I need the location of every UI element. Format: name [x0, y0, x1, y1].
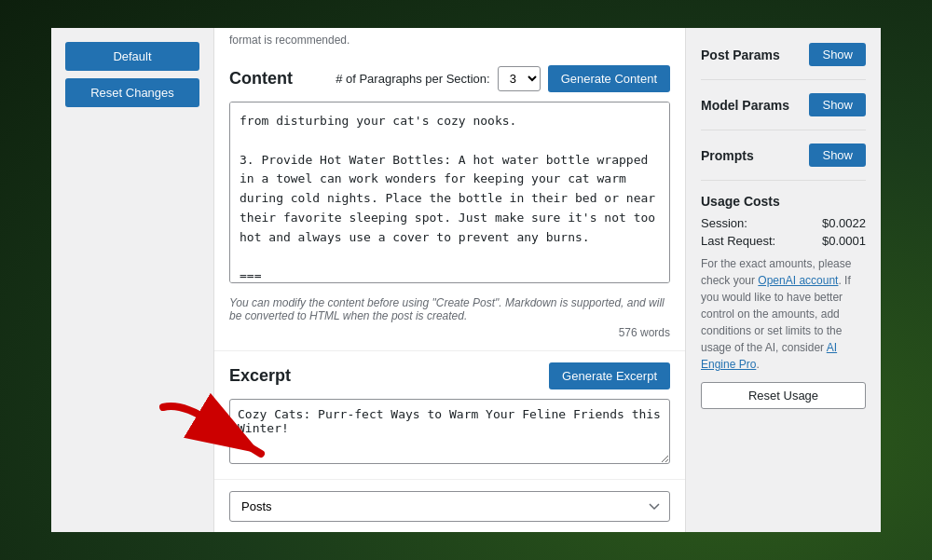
content-helper-text: You can modify the content before using …	[229, 296, 670, 322]
content-wrapper: from disturbing your cat's cozy nooks. 3…	[229, 102, 670, 287]
word-count: 576 words	[229, 326, 670, 339]
prompts-show-button[interactable]: Show	[809, 143, 866, 167]
content-title: Content	[229, 69, 293, 89]
post-type-section: Posts Pages	[214, 480, 685, 532]
session-label: Session:	[701, 216, 747, 230]
prompts-row: Prompts Show	[701, 143, 866, 181]
excerpt-section: Excerpt Generate Excerpt Cozy Cats: Purr…	[214, 351, 685, 480]
paragraphs-label: # of Paragraphs per Section:	[336, 72, 490, 86]
content-section: Content # of Paragraphs per Section: 3 1…	[214, 54, 685, 351]
usage-costs-section: Usage Costs Session: $0.0022 Last Reques…	[701, 194, 866, 409]
model-params-label: Model Params	[701, 98, 789, 113]
center-panel: format is recommended. Content # of Para…	[214, 28, 685, 532]
format-hint: format is recommended.	[214, 28, 685, 54]
usage-note: For the exact amounts, please check your…	[701, 255, 866, 373]
post-params-show-button[interactable]: Show	[809, 43, 866, 66]
content-header: Content # of Paragraphs per Section: 3 1…	[229, 65, 670, 92]
prompts-label: Prompts	[701, 148, 754, 163]
content-textarea[interactable]: from disturbing your cat's cozy nooks. 3…	[229, 102, 670, 283]
paragraphs-select[interactable]: 3 1 2 4 5	[498, 66, 541, 91]
usage-costs-title: Usage Costs	[701, 194, 866, 209]
excerpt-title: Excerpt	[229, 366, 291, 386]
default-button[interactable]: Default	[65, 42, 199, 71]
reset-changes-button[interactable]: Reset Changes	[65, 78, 199, 107]
left-panel: Default Reset Changes	[51, 28, 214, 532]
paragraphs-control: # of Paragraphs per Section: 3 1 2 4 5 G…	[336, 65, 670, 92]
post-params-label: Post Params	[701, 48, 780, 62]
main-card: Default Reset Changes format is recommen…	[51, 28, 881, 532]
reset-usage-button[interactable]: Reset Usage	[701, 382, 866, 409]
model-params-row: Model Params Show	[701, 93, 866, 130]
generate-content-button[interactable]: Generate Content	[548, 65, 670, 92]
excerpt-textarea[interactable]: Cozy Cats: Purr-fect Ways to Warm Your F…	[229, 399, 670, 464]
last-request-label: Last Request:	[701, 234, 775, 248]
session-row: Session: $0.0022	[701, 216, 866, 230]
generate-excerpt-button[interactable]: Generate Excerpt	[549, 362, 670, 389]
post-type-select[interactable]: Posts Pages	[229, 491, 670, 522]
right-sidebar: Post Params Show Model Params Show Promp…	[685, 28, 881, 532]
session-value: $0.0022	[822, 216, 866, 230]
post-params-row: Post Params Show	[701, 43, 866, 80]
last-request-value: $0.0001	[822, 234, 866, 248]
openai-account-link[interactable]: OpenAI account	[758, 274, 838, 287]
last-request-row: Last Request: $0.0001	[701, 234, 866, 248]
model-params-show-button[interactable]: Show	[809, 93, 866, 116]
excerpt-header: Excerpt Generate Excerpt	[229, 362, 670, 389]
